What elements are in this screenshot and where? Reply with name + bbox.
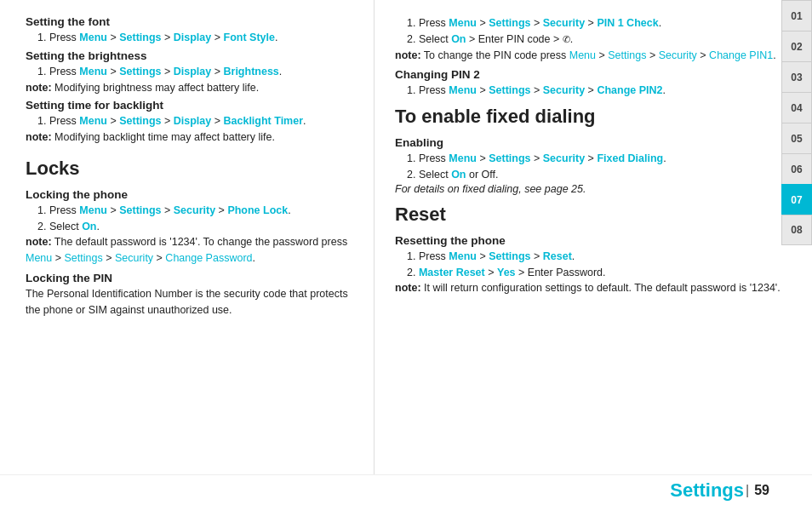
pin1-menu-link[interactable]: Menu [449,17,477,29]
sidebar-tab-06[interactable]: 06 [781,153,812,184]
brightness-heading: Setting the brightness [26,49,357,62]
pin1-security-link[interactable]: Security [543,17,585,29]
resetting-step2-text: 2. [407,267,419,278]
pin1-note-gt3: > [697,49,709,61]
backlight-period: . [303,115,306,127]
brightness-step1-text: 1. Press [37,66,79,77]
pin1-note-security-link[interactable]: Security [659,49,697,61]
pin1-settings-link[interactable]: Settings [489,17,530,29]
backlight-gt1: > [107,115,119,127]
enabling-gt3: > [585,152,597,164]
brightness-display-link[interactable]: Display [174,66,211,77]
locks-heading: Locks [26,158,357,180]
font-display-link[interactable]: Display [174,32,211,43]
backlight-step1: 1. Press Menu > Settings > Display > Bac… [26,113,357,129]
brightness-note-text: Modifying brightness may affect battery … [52,82,260,94]
pin1-mid: > Enter PIN code > [466,33,562,45]
lock-phone-settings2-link[interactable]: Settings [65,252,103,264]
lock-menu1-link[interactable]: Menu [79,204,107,216]
pin1-note-menu-link[interactable]: Menu [569,49,596,61]
enabling-off-text: Off [482,169,495,181]
font-step1-text: 1. Press [37,32,79,43]
sidebar-tab-05[interactable]: 05 [781,123,812,153]
enabling-period: . [663,152,666,164]
pin1-note-change-link[interactable]: Change PIN1 [709,49,773,61]
pin1-on-link[interactable]: On [451,33,466,45]
lock-phone-gt4: > [52,252,64,264]
lock-phone-note-label: note: [26,236,52,248]
brightness-menu-link[interactable]: Menu [79,66,107,77]
resetting-gt1: > [477,250,489,262]
resetting-menu-link[interactable]: Menu [449,250,477,262]
resetting-master-link[interactable]: Master Reset [419,267,485,278]
sidebar-tab-07[interactable]: 07 [781,184,812,215]
font-style-link[interactable]: Font Style [224,32,275,43]
backlight-note-label: note: [26,131,52,143]
lock-settings1-link[interactable]: Settings [119,204,161,216]
pin2-security-link[interactable]: Security [543,84,585,96]
resetting-period: . [572,250,575,262]
reset-heading: Reset [395,204,795,226]
pin1-note-period: . [773,49,775,61]
enabling-security-link[interactable]: Security [543,152,585,164]
brightness-step1: 1. Press Menu > Settings > Display > Bri… [26,64,357,80]
pin1-period: . [659,17,661,29]
enabling-fixed-link[interactable]: Fixed Dialing [597,152,663,164]
resetting-heading: Resetting the phone [395,234,795,247]
lock-phonelock-link[interactable]: Phone Lock [227,204,288,216]
brightness-gt2: > [162,66,174,77]
pin2-gt2: > [531,84,543,96]
resetting-gt2: > [531,250,543,262]
brightness-note: note: Modifying brightness may affect ba… [26,80,357,96]
lock-step1-text: 1. Press [37,204,79,216]
footer-divider: | [746,483,749,498]
lock-phone-menu2-link[interactable]: Menu [26,252,52,264]
sidebar-tab-04[interactable]: 04 [781,92,812,123]
lock-phone-security2-link[interactable]: Security [115,252,153,264]
lock-on1-link[interactable]: On [82,221,96,232]
sidebar-tab-02[interactable]: 02 [781,31,812,61]
sidebar-tab-03[interactable]: 03 [781,61,812,92]
pin1-step2-text: 2. Select [407,33,451,45]
resetting-step2: 2. Master Reset > Yes > Enter Password. [395,265,795,281]
pin1-note-settings-link[interactable]: Settings [608,49,646,61]
resetting-gt: > [485,267,497,278]
resetting-settings-link[interactable]: Settings [489,250,530,262]
enabling-or: or [466,169,481,181]
pin2-change-link[interactable]: Change PIN2 [597,84,662,96]
font-menu-link[interactable]: Menu [79,32,107,43]
lock-gt2: > [162,204,174,216]
sidebar-tab-08[interactable]: 08 [781,215,812,245]
pin1-period2: . [570,33,573,45]
lock-security1-link[interactable]: Security [174,204,215,216]
backlight-note-text: Modifying backlight time may affect batt… [52,131,275,143]
pin2-heading: Changing PIN 2 [395,68,795,81]
backlight-val-link[interactable]: Backlight Timer [224,115,304,127]
enabling-menu-link[interactable]: Menu [449,152,477,164]
backlight-settings-link[interactable]: Settings [119,115,161,127]
enabling-on-link[interactable]: On [451,169,466,181]
pin2-menu-link[interactable]: Menu [449,84,477,96]
page-container: Setting the font 1. Press Menu > Setting… [0,0,812,505]
enabling-settings-link[interactable]: Settings [489,152,530,164]
brightness-settings-link[interactable]: Settings [119,66,161,77]
lock-period2: . [96,221,99,232]
brightness-period: . [279,66,282,77]
enabling-heading: Enabling [395,136,795,149]
lock-phone-heading: Locking the phone [26,188,357,201]
brightness-val-link[interactable]: Brightness [224,66,279,77]
lock-phone-step1: 1. Press Menu > Settings > Security > Ph… [26,203,357,219]
lock-phone-change-link[interactable]: Change Password [165,252,252,264]
backlight-display-link[interactable]: Display [174,115,211,127]
enabling-gt1: > [477,152,489,164]
resetting-reset-link[interactable]: Reset [543,250,572,262]
backlight-menu-link[interactable]: Menu [79,115,107,127]
sidebar-tab-01[interactable]: 01 [781,0,812,31]
font-settings-link[interactable]: Settings [119,32,161,43]
pin1-note-label: note: [395,49,421,61]
brightness-gt3: > [211,66,223,77]
pin2-settings-link[interactable]: Settings [489,84,530,96]
pin1-check-link[interactable]: PIN 1 Check [597,17,658,29]
resetting-yes-link[interactable]: Yes [497,267,516,278]
backlight-heading: Setting time for backlight [26,99,357,112]
